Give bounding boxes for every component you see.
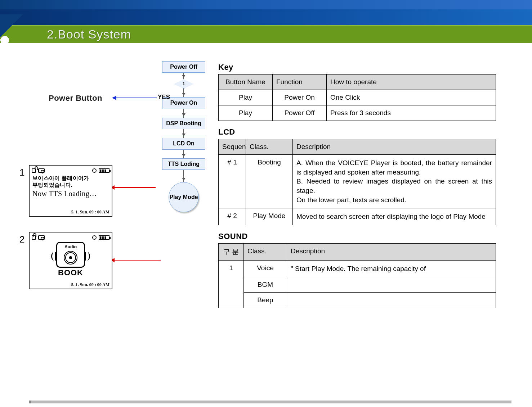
flow-connector bbox=[183, 170, 184, 182]
mockup-status-bar bbox=[30, 232, 112, 241]
battery-icon bbox=[99, 168, 109, 173]
table-header-row: 구 분 Class. Description bbox=[219, 243, 496, 260]
arrow-lcd-to-mock bbox=[112, 187, 156, 188]
col-function: Function bbox=[273, 74, 327, 90]
col-how-to-operate: How to operate bbox=[327, 74, 496, 90]
cell: A. When the VOICEYE Player is booted, th… bbox=[293, 155, 496, 208]
table-row: # 1 Booting A. When the VOICEYE Player i… bbox=[219, 155, 496, 208]
right-column: Key Button Name Function How to operate … bbox=[218, 61, 518, 400]
table-row: Play Power Off Press for 3 seconds bbox=[219, 105, 496, 121]
mockup-body: BOOK bbox=[30, 241, 112, 277]
cell: Play Mode bbox=[246, 208, 293, 225]
table-row: Play Power On One Click bbox=[219, 90, 496, 105]
battery-icon bbox=[99, 235, 109, 240]
lcd-mockup-playmode: 2 BOOK bbox=[29, 232, 112, 289]
header-gradient-mid bbox=[0, 9, 532, 25]
boot-text-line1: 보이스아이 플레이어가 bbox=[32, 175, 109, 182]
table-header-row: Button Name Function How to operate bbox=[219, 74, 496, 90]
table-row: 1 Voice " Start Play Mode. The remaining… bbox=[219, 260, 496, 277]
arrow-power-button bbox=[113, 98, 157, 98]
status-icons-left bbox=[32, 234, 45, 240]
flow-box-lcd-on: LCD On bbox=[162, 138, 205, 149]
cell: Booting bbox=[246, 155, 293, 208]
mockup-timestamp: 5. 1. Sun. 09 : 00 AM bbox=[71, 209, 109, 215]
section-title-key: Key bbox=[218, 63, 496, 72]
col-description: Description bbox=[287, 243, 496, 260]
mockup-timestamp: 5. 1. Sun. 09 : 00 AM bbox=[71, 282, 109, 288]
lcd-mockup-booting: 1 보이스아이 플레이어가 부팅되었습니다. Now TTS Loading… … bbox=[29, 165, 112, 217]
power-button-label: Power Button bbox=[49, 94, 102, 103]
flow-box-dsp: DSP Booting bbox=[162, 118, 205, 129]
book-label: BOOK bbox=[58, 268, 83, 277]
cell: Play bbox=[219, 90, 273, 105]
boot-subtext: Now TTS Loading… bbox=[32, 190, 109, 198]
cell: Beep bbox=[244, 293, 287, 308]
col-class: Class. bbox=[246, 139, 293, 155]
cell: Voice bbox=[244, 260, 287, 277]
flow-decision-wrap: 1 YES bbox=[174, 79, 194, 89]
sound-wave-left-icon bbox=[51, 252, 56, 261]
cell: BGM bbox=[244, 277, 287, 293]
cell: # 2 bbox=[219, 208, 246, 225]
mockup-body: 보이스아이 플레이어가 부팅되었습니다. Now TTS Loading… bbox=[30, 174, 112, 199]
flow-yes-label: YES bbox=[158, 94, 170, 101]
section-title-lcd: LCD bbox=[218, 127, 496, 137]
cell bbox=[287, 293, 496, 308]
table-row: BGM bbox=[219, 277, 496, 293]
table-row: Beep bbox=[219, 293, 496, 308]
cell: Power Off bbox=[273, 105, 327, 121]
col-description: Description bbox=[293, 139, 496, 155]
sound-wave-right-icon bbox=[85, 252, 90, 261]
footer-scrollbar bbox=[29, 401, 511, 403]
lock-closed-icon bbox=[32, 235, 36, 240]
flow-box-power-off: Power Off bbox=[162, 61, 205, 73]
status-icons-left bbox=[32, 167, 45, 173]
cell: " Start Play Mode. The remaining capacit… bbox=[287, 260, 496, 277]
section-title-sound: SOUND bbox=[218, 232, 496, 241]
cell: Play bbox=[219, 105, 273, 121]
flow-connector bbox=[183, 129, 184, 138]
sound-table: 구 분 Class. Description 1 Voice " Start P… bbox=[218, 243, 496, 308]
cell: 1 bbox=[219, 260, 244, 308]
title-bar: 2.Boot System bbox=[0, 25, 532, 43]
flow-connector bbox=[183, 150, 184, 158]
flow-connector bbox=[183, 109, 184, 118]
cell bbox=[287, 277, 496, 293]
cell: Moved to search screen after displaying … bbox=[293, 208, 496, 225]
camera-icon bbox=[38, 235, 45, 240]
audiobook-icon bbox=[56, 242, 85, 268]
flowchart: Power Off 1 YES Power On DSP Booting LCD… bbox=[155, 61, 213, 212]
status-icons-right bbox=[92, 234, 109, 240]
table-header-row: Sequen Class. Description bbox=[219, 139, 496, 155]
cell: Press for 3 seconds bbox=[327, 105, 496, 121]
mockup-status-bar bbox=[30, 166, 112, 174]
lock-open-icon bbox=[32, 168, 36, 173]
moon-icon bbox=[92, 235, 97, 240]
speaker-ring-icon bbox=[64, 251, 77, 264]
moon-icon bbox=[92, 168, 97, 173]
col-class: Class. bbox=[244, 243, 287, 260]
cell: Power On bbox=[273, 90, 327, 105]
mockup-number: 1 bbox=[19, 167, 24, 178]
col-sequence: Sequen bbox=[219, 139, 246, 155]
col-button-name: Button Name bbox=[219, 74, 273, 90]
flow-box-tts: TTS Loding bbox=[162, 158, 205, 170]
mockup-number: 2 bbox=[19, 234, 24, 245]
key-table: Button Name Function How to operate Play… bbox=[218, 74, 496, 121]
flow-circle-play-mode: Play Mode bbox=[169, 182, 199, 212]
arrow-play-to-mock bbox=[112, 260, 161, 261]
table-row: # 2 Play Mode Moved to search screen aft… bbox=[219, 208, 496, 225]
col-gubun: 구 분 bbox=[219, 243, 244, 260]
page-title: 2.Boot System bbox=[47, 27, 131, 41]
content-area: Power Button Power Off 1 YES Power On DS… bbox=[0, 58, 532, 407]
flow-decision-diamond: 1 bbox=[174, 79, 194, 89]
status-icons-right bbox=[92, 167, 109, 173]
flow-connector bbox=[183, 89, 184, 97]
cell: # 1 bbox=[219, 155, 246, 208]
cell: One Click bbox=[327, 90, 496, 105]
left-column: Power Button Power Off 1 YES Power On DS… bbox=[29, 61, 213, 400]
boot-text-line2: 부팅되었습니다. bbox=[32, 182, 109, 189]
lcd-table: Sequen Class. Description # 1 Booting A.… bbox=[218, 139, 496, 225]
flow-connector bbox=[183, 73, 184, 79]
camera-icon bbox=[38, 168, 45, 173]
